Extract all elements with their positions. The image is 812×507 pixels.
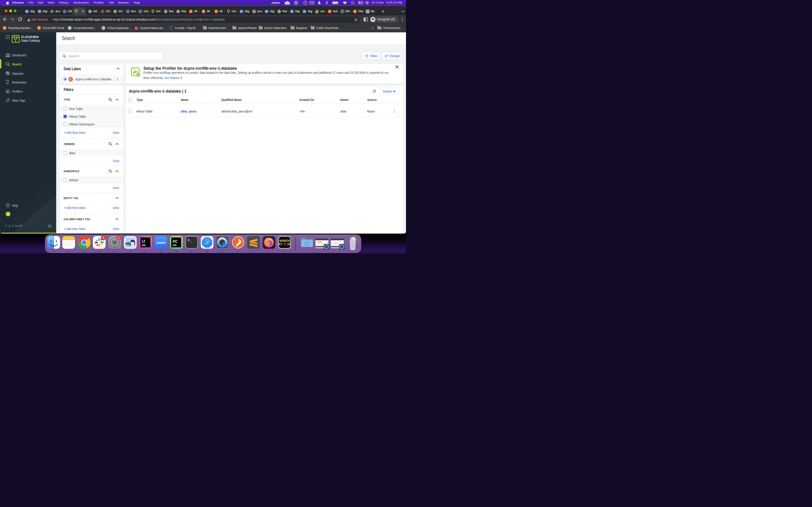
svg-text:IJ: IJ <box>142 239 145 243</box>
svg-text:>_: >_ <box>187 238 192 242</box>
svg-text:zoom: zoom <box>156 241 165 244</box>
svg-text:AY 7:36: AY 7:36 <box>279 243 291 246</box>
svg-text:PC: PC <box>173 240 178 243</box>
svg-text:1: 1 <box>118 236 120 240</box>
svg-text:WARNIN: WARNIN <box>280 239 290 243</box>
svg-text:!: ! <box>287 2 288 4</box>
